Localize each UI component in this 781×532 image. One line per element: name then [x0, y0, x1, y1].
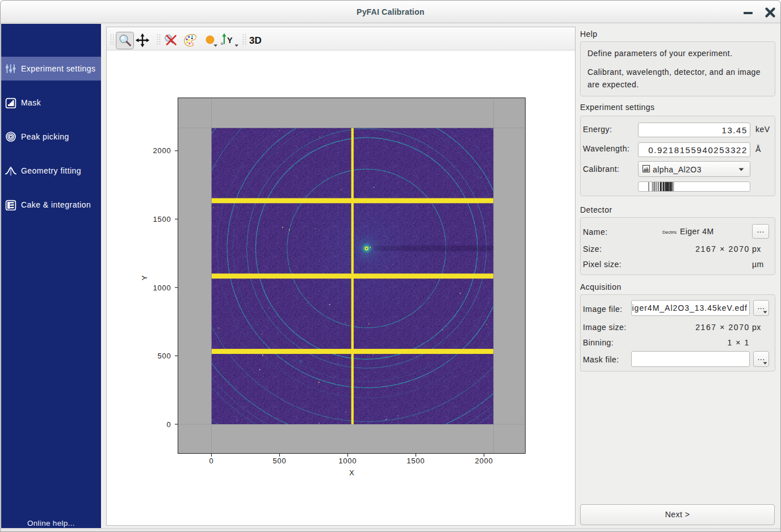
svg-text:500: 500	[272, 457, 286, 465]
svg-text:2000: 2000	[475, 457, 493, 465]
svg-text:Y: Y	[140, 275, 149, 280]
svg-text:1500: 1500	[407, 457, 425, 465]
svg-text:3D: 3D	[249, 35, 262, 46]
svg-text:0: 0	[209, 457, 213, 465]
svg-text:0: 0	[166, 420, 171, 429]
svg-text:X: X	[349, 468, 354, 477]
svg-text:Y: Y	[227, 36, 233, 45]
svg-text:1000: 1000	[153, 284, 171, 292]
svg-text:1500: 1500	[153, 215, 171, 223]
svg-text:1000: 1000	[339, 457, 357, 465]
svg-text:2000: 2000	[153, 146, 171, 155]
svg-text:o: o	[221, 41, 223, 46]
svg-text:500: 500	[157, 352, 171, 360]
